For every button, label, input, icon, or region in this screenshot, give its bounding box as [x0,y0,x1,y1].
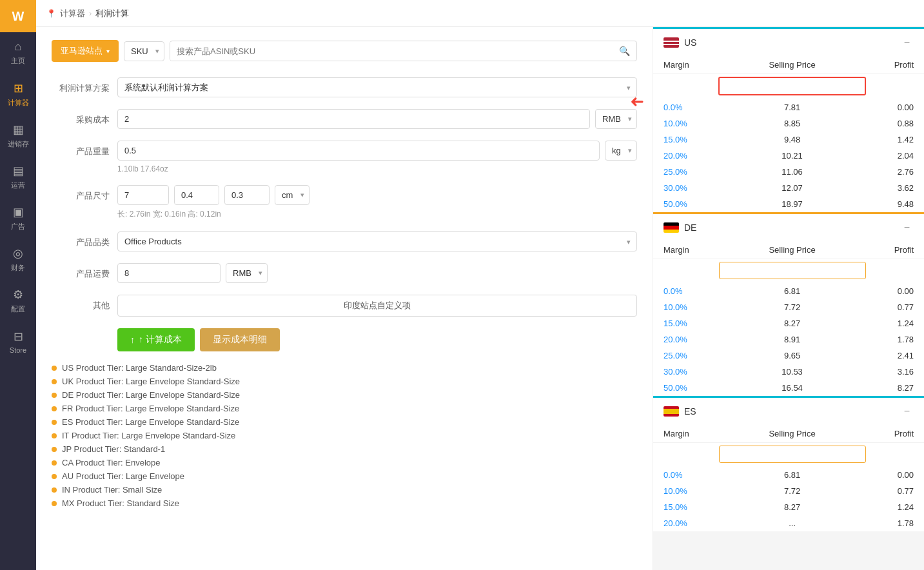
price-cell-es-1: 7.72 [709,483,876,499]
price-row-de-2: 15.0% 8.27 1.24 [653,315,924,331]
tier-dot-icon [52,447,57,452]
profit-header-us: Profit [876,56,924,74]
sidebar-item-store[interactable]: ⊟ Store [0,321,36,362]
settings-icon: ⚙ [13,288,23,302]
weight-label: 产品重量 [52,141,110,157]
search-input[interactable] [170,42,613,61]
price-row-de-1: 10.0% 7.72 0.77 [653,299,924,315]
sidebar-item-home[interactable]: ⌂ 主页 [0,32,36,74]
weight-controls: kg 1.10lb 17.64oz [117,141,637,173]
selling-price-input-es[interactable] [719,446,866,463]
category-select[interactable]: Office Products [117,231,637,251]
margin-cell-us-4: 25.0% [653,164,708,180]
price-cell-de-2: 8.27 [709,315,876,331]
price-row-es-2: 15.0% 8.27 1.24 [653,499,924,515]
sidebar-item-settings[interactable]: ⚙ 配置 [0,280,36,321]
country-name-label-es: ES [684,406,696,417]
dim-height-input[interactable] [224,185,270,205]
tier-dot-icon [52,474,57,479]
selling-price-input-cell-es [709,443,876,467]
ads-icon: ▣ [13,205,24,219]
left-panel: 亚马逊站点 ▾ SKU 🔍 利润计算方案 [36,27,653,570]
shipping-input[interactable] [117,263,221,283]
sidebar-label-store: Store [10,346,26,354]
price-cell-de-5: 10.53 [709,364,876,380]
sidebar-label-home: 主页 [11,56,25,66]
margin-cell-es-3: 20.0% [653,515,709,531]
shipping-label: 产品运费 [52,263,110,280]
selling-price-input-de[interactable] [719,262,866,279]
breadcrumb-parent[interactable]: 计算器 [60,8,85,19]
collapse-button-de[interactable]: − [900,221,914,235]
detail-button[interactable]: 显示成本明细 [200,328,280,351]
price-cell-us-6: 18.97 [708,196,876,212]
calculator-icon: ⊞ [14,81,23,95]
shipping-currency-select[interactable]: RMB [226,263,268,283]
scheme-select[interactable]: 系统默认利润计算方案 [117,77,637,97]
country-name-label-us: US [684,37,696,48]
price-table-es: Margin Selling Price Profit 0.0% [653,425,924,531]
dim-length-input[interactable] [117,185,169,205]
sidebar-item-operations[interactable]: ▤ 运营 [0,156,36,197]
price-table-us: Margin Selling Price Profit 0.0% [653,56,924,212]
tier-dot-icon [52,420,57,425]
sku-type-select[interactable]: SKU [124,41,164,61]
site-select-label: 亚马逊站点 [61,45,103,57]
dimension-hint: 长: 2.76in 宽: 0.16in 高: 0.12in [117,209,637,220]
margin-cell-us-6: 50.0% [653,196,708,212]
dim-width-input[interactable] [174,185,219,205]
category-label: 产品品类 [52,231,110,248]
content-area: 亚马逊站点 ▾ SKU 🔍 利润计算方案 [36,27,924,570]
margin-cell-de-6: 50.0% [653,380,709,396]
site-select-button[interactable]: 亚马逊站点 ▾ [52,40,119,62]
purchase-cost-input[interactable] [117,109,590,129]
selling-price-input-row-us [653,74,924,100]
selling-price-header-de: Selling Price [709,241,876,259]
sidebar-item-ads[interactable]: ▣ 广告 [0,197,36,239]
dimension-inner: cm [117,185,637,205]
india-custom-button[interactable]: 印度站点自定义项 [117,295,637,317]
selling-price-input-us[interactable] [718,77,866,95]
tier-item: JP Product Tier: Standard-1 [52,444,637,454]
topbar: 📍 计算器 › 利润计算 [36,0,924,27]
tier-item: FR Product Tier: Large Envelope Standard… [52,404,637,413]
weight-unit-select[interactable]: kg [605,141,637,161]
calculate-icon: ↑ [130,335,135,345]
sidebar-item-finance[interactable]: ◎ 财务 [0,239,36,280]
dim-unit-select[interactable]: cm [275,185,310,205]
collapse-button-es[interactable]: − [900,404,914,418]
collapse-button-us[interactable]: − [900,35,914,50]
sidebar-item-sales[interactable]: ▦ 进销存 [0,115,36,156]
margin-cell-de-5: 30.0% [653,364,709,380]
search-input-wrap: 🔍 [170,41,637,61]
tier-item: IT Product Tier: Large Envelope Standard… [52,431,637,440]
purchase-cost-inner: RMB [117,109,637,129]
margin-cell-us-2: 15.0% [653,132,708,148]
tier-item: IN Product Tier: Small Size [52,485,637,495]
action-spacer [52,328,110,333]
profit-cell-us-5: 3.62 [876,180,924,196]
currency-select[interactable]: RMB [595,109,637,129]
search-button[interactable]: 🔍 [613,41,636,61]
profit-cell-us-2: 1.42 [876,132,924,148]
price-row-us-6: 50.0% 18.97 9.48 [653,196,924,212]
scheme-label: 利润计算方案 [52,77,110,94]
calculate-button[interactable]: ↑ ↑ 计算成本 [117,328,195,351]
weight-input[interactable] [117,141,600,161]
profit-cell-de-2: 1.24 [876,315,924,331]
price-row-us-5: 30.0% 12.07 3.62 [653,180,924,196]
finance-icon: ◎ [13,246,23,260]
tier-text: JP Product Tier: Standard-1 [62,444,165,454]
sidebar-item-calculator[interactable]: ⊞ 计算器 [0,74,36,115]
price-row-es-0: 0.0% 6.81 0.00 [653,467,924,483]
price-row-us-2: 15.0% 9.48 1.42 [653,132,924,148]
profit-header-es: Profit [876,425,924,443]
operations-icon: ▤ [13,164,24,178]
scheme-row: 利润计算方案 系统默认利润计算方案 [52,77,637,97]
breadcrumb-separator: › [89,8,92,18]
country-section-es: ES − Margin Selling Price Profit [653,396,924,531]
sku-type-select-wrap: SKU [124,41,164,61]
price-cell-de-3: 8.91 [709,331,876,348]
arrow-indicator-icon: ➜ [630,92,644,112]
price-row-de-6: 50.0% 16.54 8.27 [653,380,924,396]
